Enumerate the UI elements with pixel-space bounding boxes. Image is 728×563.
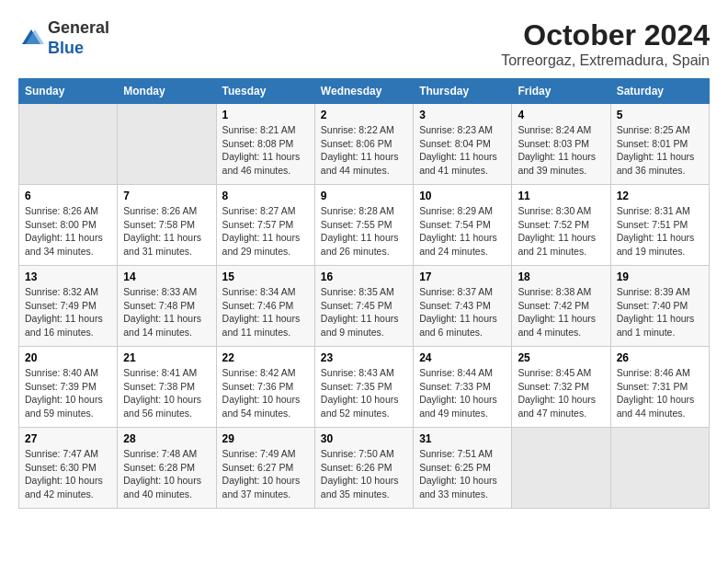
cell-sun-info: Sunrise: 8:29 AM Sunset: 7:54 PM Dayligh… xyxy=(419,204,506,259)
calendar-cell: 11Sunrise: 8:30 AM Sunset: 7:52 PM Dayli… xyxy=(512,185,610,266)
cell-sun-info: Sunrise: 8:22 AM Sunset: 8:06 PM Dayligh… xyxy=(321,123,407,178)
weekday-header-row: SundayMondayTuesdayWednesdayThursdayFrid… xyxy=(19,79,710,104)
cell-sun-info: Sunrise: 7:49 AM Sunset: 6:27 PM Dayligh… xyxy=(222,447,309,501)
cell-sun-info: Sunrise: 8:34 AM Sunset: 7:46 PM Dayligh… xyxy=(222,285,309,339)
logo-icon xyxy=(18,26,44,52)
calendar-cell xyxy=(19,104,118,185)
day-number: 28 xyxy=(123,432,210,445)
day-number: 10 xyxy=(419,190,506,202)
cell-sun-info: Sunrise: 8:45 AM Sunset: 7:32 PM Dayligh… xyxy=(518,366,604,420)
calendar-cell: 24Sunrise: 8:44 AM Sunset: 7:33 PM Dayli… xyxy=(414,347,512,428)
calendar-cell: 29Sunrise: 7:49 AM Sunset: 6:27 PM Dayli… xyxy=(216,428,314,509)
calendar-cell: 1Sunrise: 8:21 AM Sunset: 8:08 PM Daylig… xyxy=(216,104,314,185)
day-number: 26 xyxy=(617,351,703,364)
calendar-cell: 17Sunrise: 8:37 AM Sunset: 7:43 PM Dayli… xyxy=(414,266,512,347)
cell-sun-info: Sunrise: 8:37 AM Sunset: 7:43 PM Dayligh… xyxy=(419,285,506,339)
cell-sun-info: Sunrise: 8:30 AM Sunset: 7:52 PM Dayligh… xyxy=(518,204,604,259)
calendar-cell: 5Sunrise: 8:25 AM Sunset: 8:01 PM Daylig… xyxy=(610,104,709,185)
cell-sun-info: Sunrise: 8:28 AM Sunset: 7:55 PM Dayligh… xyxy=(321,204,407,259)
calendar-cell xyxy=(610,428,709,509)
cell-sun-info: Sunrise: 8:23 AM Sunset: 8:04 PM Dayligh… xyxy=(419,123,506,178)
calendar-cell xyxy=(512,428,610,509)
logo-blue-text: Blue xyxy=(48,39,84,57)
calendar-cell: 4Sunrise: 8:24 AM Sunset: 8:03 PM Daylig… xyxy=(512,104,610,185)
day-number: 1 xyxy=(222,109,309,121)
cell-sun-info: Sunrise: 8:26 AM Sunset: 8:00 PM Dayligh… xyxy=(25,204,111,259)
calendar-cell: 27Sunrise: 7:47 AM Sunset: 6:30 PM Dayli… xyxy=(19,428,118,509)
cell-sun-info: Sunrise: 8:39 AM Sunset: 7:40 PM Dayligh… xyxy=(617,285,703,339)
calendar-cell: 22Sunrise: 8:42 AM Sunset: 7:36 PM Dayli… xyxy=(216,347,314,428)
day-number: 24 xyxy=(419,351,506,364)
location-subtitle: Torreorgaz, Extremadura, Spain xyxy=(501,52,710,69)
day-number: 12 xyxy=(617,190,703,202)
cell-sun-info: Sunrise: 8:40 AM Sunset: 7:39 PM Dayligh… xyxy=(25,366,111,420)
calendar-week-row: 6Sunrise: 8:26 AM Sunset: 8:00 PM Daylig… xyxy=(19,185,710,266)
day-number: 16 xyxy=(321,270,407,283)
calendar-cell: 31Sunrise: 7:51 AM Sunset: 6:25 PM Dayli… xyxy=(414,428,512,509)
cell-sun-info: Sunrise: 7:51 AM Sunset: 6:25 PM Dayligh… xyxy=(419,447,506,501)
cell-sun-info: Sunrise: 8:25 AM Sunset: 8:01 PM Dayligh… xyxy=(617,123,703,178)
calendar-cell: 14Sunrise: 8:33 AM Sunset: 7:48 PM Dayli… xyxy=(118,266,216,347)
calendar-cell: 15Sunrise: 8:34 AM Sunset: 7:46 PM Dayli… xyxy=(216,266,314,347)
calendar-week-row: 1Sunrise: 8:21 AM Sunset: 8:08 PM Daylig… xyxy=(19,104,710,185)
weekday-header-sunday: Sunday xyxy=(19,79,118,104)
calendar-cell: 2Sunrise: 8:22 AM Sunset: 8:06 PM Daylig… xyxy=(314,104,413,185)
day-number: 9 xyxy=(321,190,407,202)
weekday-header-tuesday: Tuesday xyxy=(216,79,314,104)
day-number: 5 xyxy=(617,109,703,121)
calendar-cell: 16Sunrise: 8:35 AM Sunset: 7:45 PM Dayli… xyxy=(314,266,413,347)
calendar-cell: 21Sunrise: 8:41 AM Sunset: 7:38 PM Dayli… xyxy=(118,347,216,428)
cell-sun-info: Sunrise: 7:48 AM Sunset: 6:28 PM Dayligh… xyxy=(123,447,210,501)
day-number: 18 xyxy=(518,270,604,283)
calendar-cell: 9Sunrise: 8:28 AM Sunset: 7:55 PM Daylig… xyxy=(314,185,413,266)
cell-sun-info: Sunrise: 7:50 AM Sunset: 6:26 PM Dayligh… xyxy=(321,447,407,501)
cell-sun-info: Sunrise: 8:43 AM Sunset: 7:35 PM Dayligh… xyxy=(321,366,407,420)
page-header: General Blue October 2024 Torreorgaz, Ex… xyxy=(18,18,710,69)
calendar-cell: 3Sunrise: 8:23 AM Sunset: 8:04 PM Daylig… xyxy=(414,104,512,185)
day-number: 8 xyxy=(222,190,309,202)
calendar-cell: 23Sunrise: 8:43 AM Sunset: 7:35 PM Dayli… xyxy=(314,347,413,428)
weekday-header-thursday: Thursday xyxy=(414,79,512,104)
day-number: 2 xyxy=(321,109,407,121)
logo-general-text: General xyxy=(48,18,109,37)
calendar-cell: 25Sunrise: 8:45 AM Sunset: 7:32 PM Dayli… xyxy=(512,347,610,428)
weekday-header-monday: Monday xyxy=(118,79,216,104)
cell-sun-info: Sunrise: 8:21 AM Sunset: 8:08 PM Dayligh… xyxy=(222,123,309,178)
day-number: 25 xyxy=(518,351,604,364)
cell-sun-info: Sunrise: 8:24 AM Sunset: 8:03 PM Dayligh… xyxy=(518,123,604,178)
cell-sun-info: Sunrise: 8:33 AM Sunset: 7:48 PM Dayligh… xyxy=(123,285,210,339)
month-year-title: October 2024 xyxy=(501,18,710,52)
cell-sun-info: Sunrise: 8:32 AM Sunset: 7:49 PM Dayligh… xyxy=(25,285,111,339)
calendar-cell: 20Sunrise: 8:40 AM Sunset: 7:39 PM Dayli… xyxy=(19,347,118,428)
calendar-week-row: 13Sunrise: 8:32 AM Sunset: 7:49 PM Dayli… xyxy=(19,266,710,347)
calendar-cell: 18Sunrise: 8:38 AM Sunset: 7:42 PM Dayli… xyxy=(512,266,610,347)
cell-sun-info: Sunrise: 8:46 AM Sunset: 7:31 PM Dayligh… xyxy=(617,366,703,420)
day-number: 20 xyxy=(25,351,111,364)
cell-sun-info: Sunrise: 8:35 AM Sunset: 7:45 PM Dayligh… xyxy=(321,285,407,339)
cell-sun-info: Sunrise: 8:38 AM Sunset: 7:42 PM Dayligh… xyxy=(518,285,604,339)
calendar-cell: 19Sunrise: 8:39 AM Sunset: 7:40 PM Dayli… xyxy=(610,266,709,347)
cell-sun-info: Sunrise: 8:31 AM Sunset: 7:51 PM Dayligh… xyxy=(617,204,703,259)
cell-sun-info: Sunrise: 8:27 AM Sunset: 7:57 PM Dayligh… xyxy=(222,204,309,259)
calendar-cell: 12Sunrise: 8:31 AM Sunset: 7:51 PM Dayli… xyxy=(610,185,709,266)
calendar-cell: 6Sunrise: 8:26 AM Sunset: 8:00 PM Daylig… xyxy=(19,185,118,266)
weekday-header-saturday: Saturday xyxy=(610,79,709,104)
calendar-week-row: 27Sunrise: 7:47 AM Sunset: 6:30 PM Dayli… xyxy=(19,428,710,509)
cell-sun-info: Sunrise: 8:42 AM Sunset: 7:36 PM Dayligh… xyxy=(222,366,309,420)
calendar-header: SundayMondayTuesdayWednesdayThursdayFrid… xyxy=(19,79,710,104)
calendar-body: 1Sunrise: 8:21 AM Sunset: 8:08 PM Daylig… xyxy=(19,104,710,509)
calendar-week-row: 20Sunrise: 8:40 AM Sunset: 7:39 PM Dayli… xyxy=(19,347,710,428)
calendar-cell: 28Sunrise: 7:48 AM Sunset: 6:28 PM Dayli… xyxy=(118,428,216,509)
calendar-cell xyxy=(118,104,216,185)
day-number: 23 xyxy=(321,351,407,364)
logo: General Blue xyxy=(18,18,109,58)
day-number: 13 xyxy=(25,270,111,283)
day-number: 6 xyxy=(25,190,111,202)
day-number: 21 xyxy=(123,351,210,364)
day-number: 29 xyxy=(222,432,309,445)
title-block: October 2024 Torreorgaz, Extremadura, Sp… xyxy=(501,18,710,69)
day-number: 11 xyxy=(518,190,604,202)
calendar-table: SundayMondayTuesdayWednesdayThursdayFrid… xyxy=(18,78,710,509)
weekday-header-friday: Friday xyxy=(512,79,610,104)
day-number: 3 xyxy=(419,109,506,121)
